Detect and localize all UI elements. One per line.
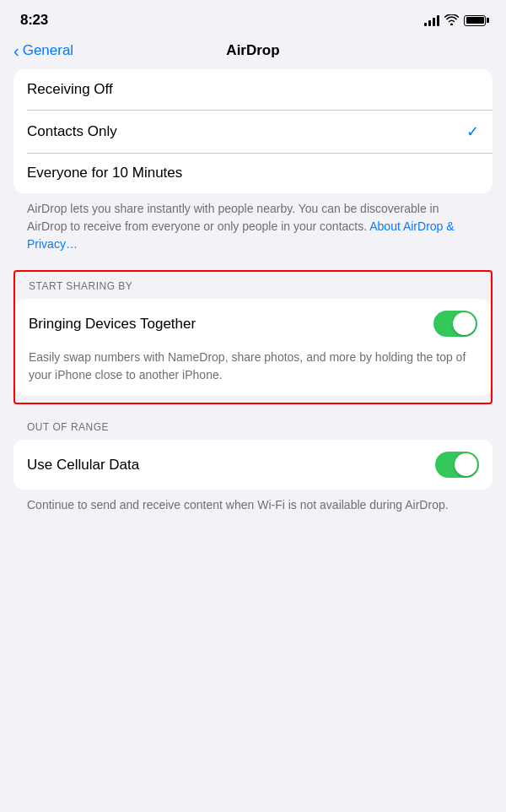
out-of-range-header: OUT OF RANGE [13, 421, 493, 440]
bringing-devices-description: Easily swap numbers with NameDrop, share… [15, 349, 491, 396]
status-icons [424, 14, 486, 27]
page-title: AirDrop [226, 42, 279, 59]
cellular-data-toggle[interactable] [435, 452, 479, 478]
airdrop-description: AirDrop lets you share instantly with pe… [27, 200, 479, 253]
everyone-label: Everyone for 10 Minutes [27, 165, 182, 181]
back-button[interactable]: ‹ General [13, 42, 73, 59]
bringing-devices-row[interactable]: Bringing Devices Together [15, 299, 491, 349]
cellular-data-row[interactable]: Use Cellular Data [13, 440, 493, 490]
start-sharing-header: START SHARING BY [15, 280, 491, 299]
chevron-left-icon: ‹ [13, 42, 19, 59]
back-label: General [23, 42, 73, 59]
contacts-only-checkmark: ✓ [466, 122, 479, 141]
signal-icon [424, 14, 439, 26]
bringing-devices-toggle[interactable] [433, 311, 477, 337]
nav-bar: ‹ General AirDrop [0, 35, 506, 69]
wifi-icon [444, 14, 459, 27]
start-sharing-section: START SHARING BY Bringing Devices Togeth… [13, 270, 493, 404]
status-time: 8:23 [20, 12, 48, 29]
contacts-only-row[interactable]: Contacts Only ✓ [13, 111, 493, 153]
status-bar: 8:23 [0, 0, 506, 35]
cellular-data-description: Continue to send and receive content whe… [27, 496, 479, 514]
content-area: Receiving Off Contacts Only ✓ Everyone f… [0, 69, 506, 514]
battery-icon [464, 15, 486, 26]
receiving-off-row[interactable]: Receiving Off [13, 69, 493, 110]
out-of-range-section: OUT OF RANGE Use Cellular Data Continue … [13, 421, 493, 514]
cellular-data-card: Use Cellular Data [13, 440, 493, 490]
cellular-data-label: Use Cellular Data [27, 457, 139, 474]
receiving-options-card: Receiving Off Contacts Only ✓ Everyone f… [13, 69, 493, 193]
bringing-devices-label: Bringing Devices Together [29, 316, 196, 333]
everyone-row[interactable]: Everyone for 10 Minutes [13, 153, 493, 193]
bringing-devices-card: Bringing Devices Together Easily swap nu… [15, 299, 491, 396]
contacts-only-label: Contacts Only [27, 123, 117, 140]
receiving-off-label: Receiving Off [27, 81, 113, 98]
